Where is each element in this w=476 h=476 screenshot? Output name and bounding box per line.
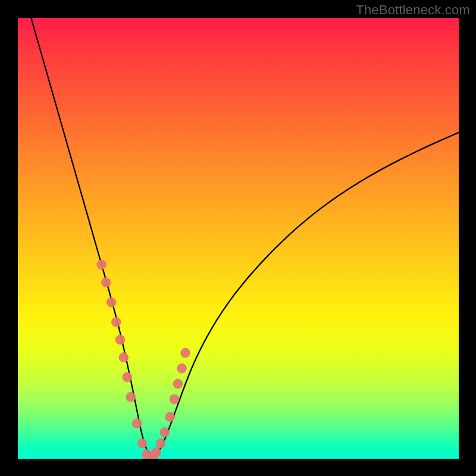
data-marker	[119, 352, 129, 362]
marker-group	[96, 260, 190, 459]
data-marker	[101, 277, 111, 287]
data-marker	[132, 418, 142, 428]
plot-area	[18, 18, 459, 459]
data-marker	[122, 372, 132, 383]
data-marker	[177, 364, 187, 374]
watermark-text: TheBottleneck.com	[356, 2, 470, 18]
data-marker	[170, 394, 180, 405]
data-marker	[180, 348, 190, 358]
data-marker	[173, 379, 183, 389]
data-marker	[151, 447, 161, 458]
data-marker	[156, 439, 166, 449]
data-marker	[137, 439, 148, 449]
data-marker	[115, 335, 126, 345]
data-marker	[107, 298, 117, 308]
data-marker	[111, 317, 121, 327]
chart-svg	[18, 18, 459, 459]
data-marker	[159, 427, 170, 437]
bottleneck-curve	[31, 18, 459, 456]
data-marker	[126, 392, 136, 402]
data-marker	[165, 412, 175, 422]
chart-frame: TheBottleneck.com	[0, 0, 476, 476]
data-marker	[96, 260, 107, 270]
